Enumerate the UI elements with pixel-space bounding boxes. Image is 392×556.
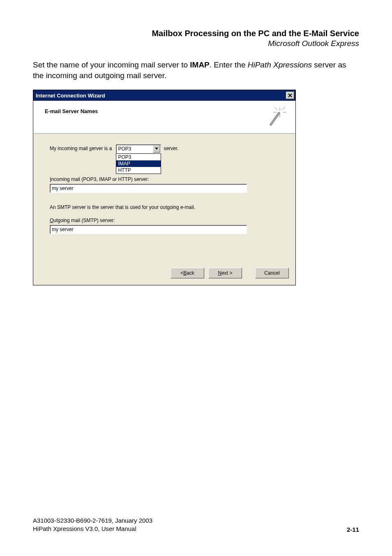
next-button-post: ext >	[221, 270, 232, 276]
back-button-post: ack	[187, 270, 194, 276]
server-type-combo[interactable]: POP3	[116, 144, 161, 153]
outgoing-server-label-rest: utgoing mail (SMTP) server:	[53, 218, 115, 223]
titlebar-buttons	[286, 92, 294, 99]
page-footer: A31003-S2330-B690-2-7619, January 2003 H…	[33, 517, 359, 533]
dialog-title: Internet Connection Wizard	[36, 93, 105, 99]
dialog-titlebar[interactable]: Internet Connection Wizard	[33, 90, 295, 101]
wizard-body: My incoming mail server is a POP3 POP3 I…	[33, 134, 295, 261]
combo-dropdown-button[interactable]	[153, 145, 160, 153]
next-button-key: N	[218, 270, 221, 276]
wizard-header: E-mail Server Names	[33, 101, 295, 134]
intro-text-pre: Set the name of your incoming mail serve…	[33, 60, 190, 69]
combo-option-imap[interactable]: IMAP	[116, 160, 161, 167]
incoming-server-label: Incoming mail (POP3, IMAP or HTTP) serve…	[50, 176, 279, 182]
wand-icon	[267, 107, 287, 127]
chevron-down-icon	[155, 148, 158, 150]
svg-line-7	[282, 107, 285, 110]
combo-value: POP3	[118, 146, 131, 152]
server-type-combo-wrap: POP3 POP3 IMAP HTTP	[116, 144, 161, 153]
close-button[interactable]	[286, 92, 294, 99]
incoming-type-row: My incoming mail server is a POP3 POP3 I…	[50, 144, 279, 153]
outgoing-server-label: Outgoing mail (SMTP) server:	[50, 218, 279, 223]
page-header: Mailbox Processing on the PC and the E-M…	[33, 29, 359, 48]
incoming-type-suffix: server.	[164, 144, 178, 151]
close-icon	[288, 93, 292, 97]
intro-paragraph: Set the name of your incoming mail serve…	[33, 60, 359, 81]
page-number: 2-11	[347, 526, 359, 533]
combo-option-http[interactable]: HTTP	[116, 167, 161, 174]
outgoing-server-block: Outgoing mail (SMTP) server:	[50, 218, 279, 234]
server-type-combo-list: POP3 IMAP HTTP	[116, 153, 161, 174]
svg-line-10	[271, 113, 279, 125]
svg-marker-11	[155, 148, 158, 150]
combo-option-pop3[interactable]: POP3	[116, 154, 161, 160]
page-header-subtitle: Microsoft Outlook Express	[33, 39, 359, 48]
incoming-server-input[interactable]	[50, 184, 247, 193]
incoming-server-block: Incoming mail (POP3, IMAP or HTTP) serve…	[50, 176, 279, 193]
wizard-footer: < Back Next > Cancel	[33, 261, 295, 285]
footer-doc-id: A31003-S2330-B690-2-7619, January 2003	[33, 517, 152, 525]
page-header-title: Mailbox Processing on the PC and the E-M…	[33, 29, 359, 38]
next-button[interactable]: Next >	[208, 268, 242, 278]
smtp-note: An SMTP server is the server that is use…	[50, 204, 279, 210]
back-button[interactable]: < Back	[171, 268, 204, 278]
outgoing-server-input[interactable]	[50, 225, 247, 234]
intro-text-bold: IMAP	[190, 60, 210, 69]
svg-line-6	[275, 107, 277, 110]
incoming-label-pre: My incoming mail	[50, 146, 89, 151]
footer-product: HiPath Xpressions V3.0, User Manual	[33, 525, 152, 533]
incoming-type-label: My incoming mail server is a	[50, 144, 112, 151]
document-page: Mailbox Processing on the PC and the E-M…	[0, 0, 392, 556]
back-button-key: B	[183, 270, 187, 276]
back-button-pre: <	[180, 270, 183, 276]
incoming-server-label-rest: ncoming mail (POP3, IMAP or HTTP) server…	[51, 176, 149, 182]
intro-text-mid: . Enter the	[210, 60, 248, 69]
page-footer-left: A31003-S2330-B690-2-7619, January 2003 H…	[33, 517, 152, 533]
incoming-label-post: erver is a	[92, 146, 112, 151]
intro-text-italic: HiPath Xpressions	[248, 60, 312, 69]
cancel-button[interactable]: Cancel	[255, 268, 289, 278]
internet-connection-wizard-dialog: Internet Connection Wizard E-mail Server…	[33, 90, 296, 285]
wizard-header-title: E-mail Server Names	[45, 108, 98, 114]
outgoing-server-label-key: O	[50, 218, 53, 223]
